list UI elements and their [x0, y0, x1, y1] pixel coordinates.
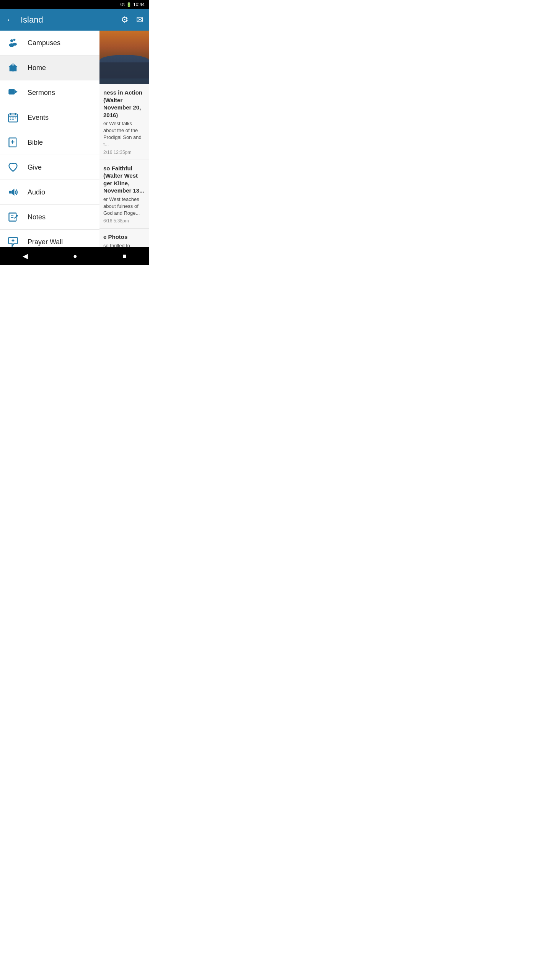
sermons-icon	[6, 86, 20, 100]
sidebar-item-notes[interactable]: Notes	[0, 205, 99, 230]
main-layout: Campuses Home	[0, 31, 149, 247]
prayer-wall-label: Prayer Wall	[28, 238, 63, 246]
nav-back-button[interactable]: ◀	[13, 249, 37, 263]
hero-image	[99, 31, 149, 84]
app-header: ← Island ⚙ ✉	[0, 9, 149, 31]
bottom-nav: ◀ ● ■	[0, 247, 149, 265]
sidebar-item-events[interactable]: Events	[0, 105, 99, 130]
sidebar-item-give[interactable]: Give	[0, 155, 99, 180]
svg-marker-22	[9, 191, 12, 194]
give-label: Give	[28, 163, 42, 172]
header-title: Island	[21, 15, 43, 25]
svg-point-1	[13, 39, 16, 41]
sidebar: Campuses Home	[0, 31, 99, 247]
sidebar-item-bible[interactable]: Bible	[0, 130, 99, 155]
svg-point-0	[10, 39, 13, 42]
home-label: Home	[28, 64, 46, 72]
sidebar-item-campuses[interactable]: Campuses	[0, 31, 99, 56]
svg-rect-17	[10, 119, 11, 120]
svg-rect-8	[8, 89, 15, 95]
feed-desc-2: so thrilled to announce of Wednesday, No…	[103, 242, 145, 247]
svg-marker-9	[15, 90, 18, 93]
content-inner: ness in Action (Walter November 20, 2016…	[99, 31, 149, 247]
svg-rect-4	[12, 69, 14, 71]
campuses-icon	[6, 36, 20, 50]
nav-home-button[interactable]: ●	[64, 249, 86, 263]
feed-item-0[interactable]: ness in Action (Walter November 20, 2016…	[99, 84, 149, 160]
email-button[interactable]: ✉	[136, 15, 143, 25]
notes-label: Notes	[28, 213, 46, 221]
back-button[interactable]: ←	[6, 15, 15, 25]
events-label: Events	[28, 114, 49, 122]
feed-item-2[interactable]: e Photos so thrilled to announce of Wedn…	[99, 229, 149, 247]
give-icon	[6, 160, 20, 174]
header-left: ← Island	[6, 15, 43, 25]
svg-rect-14	[10, 118, 11, 118]
status-icons: 4G 🔋 10:44	[120, 2, 145, 7]
feed-date-1: 6/16 5:38pm	[103, 218, 145, 224]
notes-icon	[6, 210, 20, 224]
sidebar-item-home[interactable]: Home	[0, 56, 99, 80]
header-right: ⚙ ✉	[121, 15, 143, 25]
feed-desc-0: er West talks about the of the Prodigal …	[103, 120, 145, 148]
home-icon	[6, 61, 20, 75]
bible-icon	[6, 136, 20, 149]
status-bar: 4G 🔋 10:44	[0, 0, 149, 9]
battery-icon: 🔋	[126, 2, 132, 7]
sidebar-item-sermons[interactable]: Sermons	[0, 80, 99, 105]
sidebar-item-audio[interactable]: Audio	[0, 180, 99, 205]
bible-label: Bible	[28, 139, 43, 147]
svg-point-3	[13, 43, 16, 46]
network-indicator: 4G	[120, 3, 125, 7]
content-overlay: ness in Action (Walter November 20, 2016…	[99, 31, 149, 247]
sidebar-item-prayer-wall[interactable]: Prayer Wall	[0, 230, 99, 247]
audio-icon	[6, 185, 20, 199]
feed-title-1: so Faithful (Walter West ger Kline, Nove…	[103, 165, 145, 194]
settings-button[interactable]: ⚙	[121, 15, 129, 25]
feed-item-1[interactable]: so Faithful (Walter West ger Kline, Nove…	[99, 160, 149, 229]
feed-title-2: e Photos	[103, 233, 145, 241]
feed-date-0: 2/16 12:35pm	[103, 150, 145, 155]
svg-rect-15	[12, 118, 14, 118]
time-display: 10:44	[133, 2, 145, 7]
svg-rect-18	[12, 119, 14, 120]
audio-label: Audio	[28, 188, 45, 196]
prayer-icon	[6, 235, 20, 247]
campuses-label: Campuses	[28, 39, 60, 47]
events-icon	[6, 111, 20, 124]
svg-rect-16	[15, 118, 16, 118]
svg-marker-23	[12, 189, 15, 196]
nav-recents-button[interactable]: ■	[113, 249, 136, 263]
svg-point-26	[16, 215, 18, 217]
feed-title-0: ness in Action (Walter November 20, 2016…	[103, 89, 145, 119]
sermons-label: Sermons	[28, 89, 55, 97]
feed-desc-1: er West teaches about fulness of God and…	[103, 196, 145, 217]
